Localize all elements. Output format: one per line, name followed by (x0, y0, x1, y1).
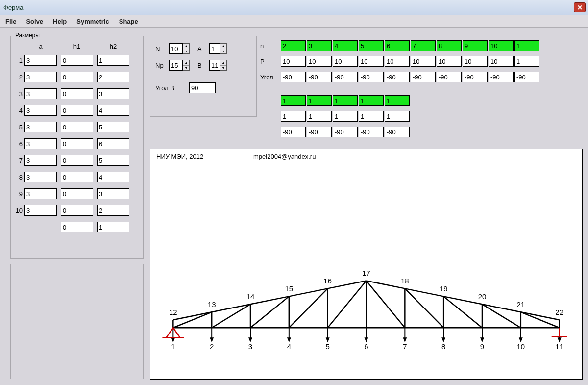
load-cell[interactable]: -90 (281, 127, 306, 137)
load-cell[interactable]: 10 (437, 56, 462, 67)
svg-text:10: 10 (517, 342, 525, 351)
load-cell[interactable]: 1 (514, 56, 539, 67)
load-index-cell: 1 (359, 95, 384, 106)
input-n[interactable] (169, 43, 183, 54)
load-cell[interactable]: -90 (463, 72, 488, 82)
size-h2-input[interactable] (97, 172, 129, 182)
size-h2-input[interactable] (97, 55, 129, 66)
load-cell[interactable]: -90 (411, 72, 436, 82)
load-cell[interactable]: -90 (307, 72, 332, 82)
close-button[interactable]: ✕ (574, 2, 586, 12)
load-cell[interactable]: 10 (411, 56, 436, 67)
size-a-input[interactable] (24, 188, 57, 199)
size-h2-input[interactable] (97, 88, 129, 99)
svg-line-25 (289, 288, 328, 328)
size-h2-input[interactable] (97, 188, 129, 199)
label-load-ang: Угол (260, 74, 280, 81)
label-np: Np (155, 62, 164, 69)
load-cell[interactable]: 1 (307, 111, 332, 122)
size-a-input[interactable] (24, 72, 57, 82)
load-cell[interactable]: 1 (385, 111, 410, 122)
size-h1-input[interactable] (61, 188, 93, 199)
size-a-input[interactable] (24, 172, 57, 182)
size-h1-input[interactable] (61, 172, 93, 182)
size-a-input[interactable] (24, 138, 57, 149)
size-h2-input[interactable] (97, 222, 129, 232)
size-a-input[interactable] (24, 55, 57, 66)
size-row: 4 (13, 102, 140, 119)
size-h1-input[interactable] (61, 222, 93, 232)
input-a[interactable] (209, 43, 220, 54)
size-h2-input[interactable] (97, 72, 129, 82)
size-row-index: 2 (13, 74, 23, 81)
size-h1-input[interactable] (61, 88, 93, 99)
load-cell[interactable]: -90 (385, 72, 410, 82)
size-a-input[interactable] (24, 122, 57, 132)
size-row: 10 (13, 202, 140, 219)
load-cell[interactable]: 10 (333, 56, 358, 67)
load-cell[interactable]: 10 (281, 56, 306, 67)
load-cell[interactable]: -90 (489, 72, 514, 82)
input-np[interactable] (169, 60, 183, 71)
load-cell[interactable]: -90 (307, 127, 332, 137)
spin-b[interactable]: ▲▼ (209, 60, 227, 71)
params-group: N ▲▼ A ▲▼ Np ▲▼ (150, 36, 257, 117)
load-cell[interactable]: 1 (359, 111, 384, 122)
load-cell[interactable]: 10 (307, 56, 332, 67)
size-h2-input[interactable] (97, 205, 129, 216)
input-b[interactable] (209, 60, 220, 71)
label-angle-b: Угол B (155, 84, 174, 92)
load-cell[interactable]: 10 (489, 56, 514, 67)
load-cell[interactable]: 10 (359, 56, 384, 67)
load-cell[interactable]: 1 (281, 111, 306, 122)
size-h2-input[interactable] (97, 122, 129, 132)
size-a-input[interactable] (24, 88, 57, 99)
load-cell[interactable]: 10 (463, 56, 488, 67)
size-h2-input[interactable] (97, 155, 129, 166)
size-h1-input[interactable] (61, 155, 93, 166)
sizes-group: Размеры a h1 h2 12345678910 (10, 36, 144, 259)
load-cell[interactable]: -90 (359, 127, 384, 137)
menu-help[interactable]: Help (53, 18, 67, 25)
svg-marker-39 (287, 337, 291, 342)
load-cell[interactable]: -90 (281, 72, 306, 82)
load-cell[interactable]: -90 (333, 72, 358, 82)
load-cell[interactable]: 10 (385, 56, 410, 67)
load-cell[interactable]: -90 (437, 72, 462, 82)
size-a-input[interactable] (24, 105, 57, 116)
spin-np[interactable]: ▲▼ (169, 60, 190, 71)
input-angle-b[interactable] (189, 82, 216, 93)
size-h2-input[interactable] (97, 138, 129, 149)
svg-text:15: 15 (285, 284, 294, 293)
size-row: 5 (13, 119, 140, 135)
size-h1-input[interactable] (61, 72, 93, 82)
load-cell[interactable]: -90 (359, 72, 384, 82)
menu-symmetric[interactable]: Symmetric (76, 18, 109, 25)
size-row-index: 4 (13, 107, 23, 114)
spin-buttons[interactable]: ▲▼ (183, 43, 190, 54)
load-cell[interactable]: -90 (385, 127, 410, 137)
load-cell[interactable]: 1 (333, 111, 358, 122)
size-h2-input[interactable] (97, 105, 129, 116)
spin-buttons[interactable]: ▲▼ (220, 60, 227, 71)
spin-a[interactable]: ▲▼ (209, 43, 227, 54)
load-index-cell: 1 (307, 95, 332, 106)
load-cell[interactable]: -90 (333, 127, 358, 137)
size-a-input[interactable] (24, 155, 57, 166)
size-h1-input[interactable] (61, 55, 93, 66)
menu-shape[interactable]: Shape (119, 18, 138, 25)
menu-solve[interactable]: Solve (26, 18, 43, 25)
size-h1-input[interactable] (61, 122, 93, 132)
size-h1-input[interactable] (61, 105, 93, 116)
spin-buttons[interactable]: ▲▼ (183, 60, 190, 71)
size-h1-input[interactable] (61, 138, 93, 149)
load-cell[interactable]: -90 (514, 72, 539, 82)
spin-buttons[interactable]: ▲▼ (220, 43, 227, 54)
blank-panel (10, 264, 144, 379)
size-h1-input[interactable] (61, 205, 93, 216)
menu-file[interactable]: File (5, 18, 16, 25)
svg-text:5: 5 (326, 342, 330, 351)
spin-n[interactable]: ▲▼ (169, 43, 190, 54)
size-row: 2 (13, 69, 140, 85)
size-a-input[interactable] (24, 205, 57, 216)
